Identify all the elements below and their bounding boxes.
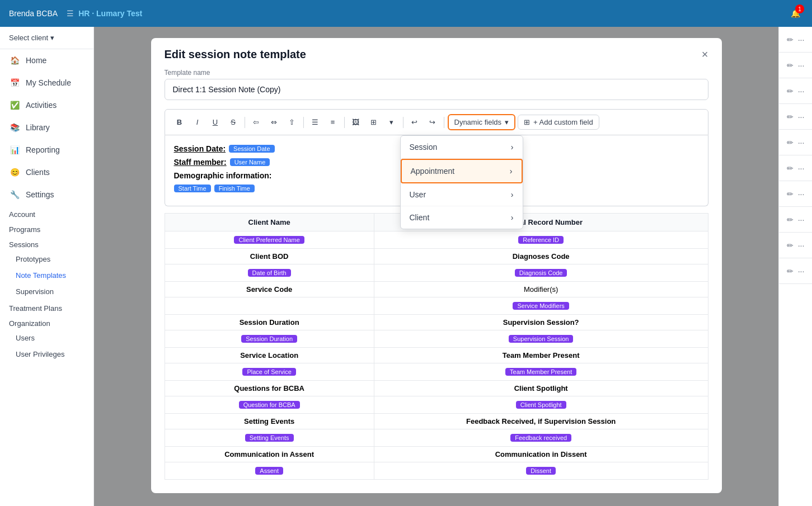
bullet-list-button[interactable]: ☰ [307,115,323,130]
edit-icon[interactable]: ✏ [787,190,794,198]
template-name-label: Template name [165,69,708,77]
right-row-1: ✏ ··· [779,27,812,53]
sidebar-section-account[interactable]: Account [0,206,93,221]
sidebar-item-settings[interactable]: 🔧 Settings [0,183,93,206]
image-button[interactable]: 🖼 [348,115,364,130]
sidebar-section-sessions[interactable]: Sessions [0,236,93,251]
edit-icon[interactable]: ✏ [787,112,794,121]
right-row-5: ✏ ··· [779,130,812,155]
editor-content[interactable]: Session Date: Session Date Staff member:… [165,135,708,206]
more-options-icon[interactable]: ··· [798,35,805,44]
note-template-table: Client Name Medical Record Number Client… [165,213,708,480]
dropdown-item-session[interactable]: Session › [401,136,523,159]
table-cell: Assent [165,462,374,480]
align-left-button[interactable]: ⇦ [248,115,264,130]
align-center-button[interactable]: ⇔ [266,115,282,130]
sidebar-sub-user-privileges[interactable]: User Privileges [0,346,93,362]
strikethrough-button[interactable]: S [226,115,241,130]
table-cell: Communication in Assent [165,447,374,462]
more-options-icon[interactable]: ··· [798,190,805,198]
dynamic-fields-chevron-icon: ▾ [505,118,509,126]
user-name: Brenda BCBA [9,9,58,18]
table-cell: Client Preferred Name [165,231,374,249]
underline-button[interactable]: U [208,115,223,130]
sidebar-item-label: Settings [26,190,54,199]
sidebar-item-clients[interactable]: 😊 Clients [0,161,93,183]
start-time-tag: Start Time [174,185,211,192]
dropdown-item-user[interactable]: User › [401,183,523,206]
more-options-icon[interactable]: ··· [798,164,805,173]
sidebar-sub-note-templates[interactable]: Note Templates [0,267,93,283]
chevron-right-icon: › [511,213,514,222]
edit-template-modal: Edit session note template × Template na… [151,38,722,493]
select-client-dropdown[interactable]: Select client ▾ [0,27,93,49]
edit-icon[interactable]: ✏ [787,35,794,44]
edit-icon[interactable]: ✏ [787,241,794,250]
more-options-icon[interactable]: ··· [798,241,805,250]
table-cell: Supervision Session? [374,315,708,330]
sidebar-section-programs[interactable]: Programs [0,221,93,236]
more-options-icon[interactable]: ··· [798,267,805,276]
table-row: Client BOD Diagnoses Code [165,249,708,264]
edit-icon[interactable]: ✏ [787,138,794,147]
notification-bell[interactable]: 🔔 1 [787,6,803,21]
sidebar-item-home[interactable]: 🏠 Home [0,49,93,72]
table-options-button[interactable]: ▾ [384,115,400,130]
chevron-down-icon: ▾ [50,34,54,42]
right-row-6: ✏ ··· [779,155,812,181]
bold-button[interactable]: B [172,115,187,130]
sidebar-section-treatment-plans[interactable]: Treatment Plans [0,300,93,315]
edit-icon[interactable]: ✏ [787,164,794,173]
edit-icon[interactable]: ✏ [787,267,794,276]
table-row: Client Preferred Name Reference ID [165,231,708,249]
more-options-icon[interactable]: ··· [798,87,805,96]
edit-icon[interactable]: ✏ [787,61,794,70]
close-button[interactable]: × [702,48,708,61]
sidebar-sub-supervision[interactable]: Supervision [0,283,93,300]
more-options-icon[interactable]: ··· [798,61,805,70]
team-member-present-tag: Team Member Present [505,368,576,376]
sidebar-item-library[interactable]: 📚 Library [0,116,93,139]
table-cell: Setting Events [165,429,374,447]
align-right-button[interactable]: ⇧ [284,115,300,130]
add-custom-field-button[interactable]: ⊞ + Add custom field [518,115,599,130]
session-date-tag: Session Date [229,145,274,153]
table-row: Date of Birth Diagnosis Code [165,264,708,282]
dynamic-fields-button[interactable]: Dynamic fields ▾ [448,114,516,130]
right-row-7: ✏ ··· [779,181,812,207]
italic-button[interactable]: I [190,115,205,130]
setting-events-tag: Setting Events [245,434,294,442]
session-date-label: Session Date: [174,144,226,153]
template-name-input[interactable] [165,79,708,100]
table-cell: Client BOD [165,249,374,264]
separator-1 [245,117,245,128]
sidebar-sub-prototypes[interactable]: Prototypes [0,251,93,267]
more-options-icon[interactable]: ··· [798,138,805,147]
top-bar: Brenda BCBA ☰ HR · Lumary Test 🔔 1 [0,0,812,27]
table-row: Assent Dissent [165,462,708,480]
table-row: Questions for BCBA Client Spotlight [165,381,708,396]
sidebar-sub-users[interactable]: Users [0,330,93,346]
undo-button[interactable]: ↩ [407,115,423,130]
sidebar-section-organization[interactable]: Organization [0,315,93,330]
main-layout: Select client ▾ 🏠 Home 📅 My Schedule ✅ A… [0,27,812,506]
notification-count: 1 [795,4,804,13]
table-button[interactable]: ⊞ [366,115,382,130]
dropdown-item-appointment[interactable]: Appointment › [401,159,523,183]
edit-icon[interactable]: ✏ [787,215,794,224]
add-custom-label: + Add custom field [533,118,593,126]
settings-icon: 🔧 [9,189,20,200]
more-options-icon[interactable]: ··· [798,215,805,224]
sidebar-item-my-schedule[interactable]: 📅 My Schedule [0,72,93,94]
ordered-list-button[interactable]: ≡ [325,115,341,130]
right-row-3: ✏ ··· [779,78,812,104]
sidebar-item-reporting[interactable]: 📊 Reporting [0,139,93,161]
edit-icon[interactable]: ✏ [787,87,794,96]
redo-button[interactable]: ↪ [425,115,440,130]
more-options-icon[interactable]: ··· [798,112,805,121]
table-cell: Feedback Received, if Supervision Sessio… [374,414,708,429]
client-preferred-name-tag: Client Preferred Name [234,236,304,244]
sidebar-item-activities[interactable]: ✅ Activities [0,94,93,116]
finish-time-tag: Finish Time [214,185,255,192]
dropdown-item-client[interactable]: Client › [401,206,523,229]
